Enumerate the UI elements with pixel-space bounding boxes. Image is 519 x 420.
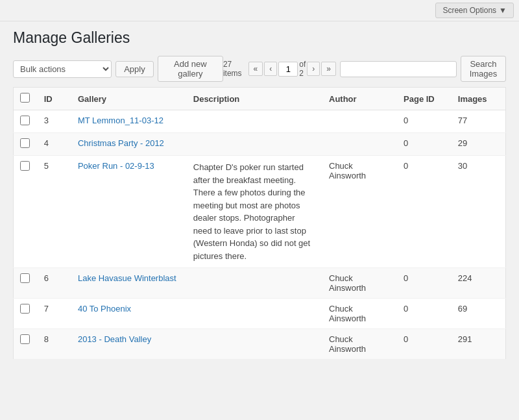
id-column-header: ID bbox=[38, 88, 71, 110]
row-author bbox=[322, 110, 397, 133]
row-checkbox[interactable] bbox=[20, 304, 30, 314]
table-row: 6Lake Havasue WinterblastChuck Ainsworth… bbox=[14, 268, 506, 299]
select-all-checkbox[interactable] bbox=[20, 93, 30, 103]
row-id: 5 bbox=[38, 156, 71, 268]
row-id: 6 bbox=[38, 268, 71, 299]
row-gallery[interactable]: Christmas Party - 2012 bbox=[71, 133, 187, 156]
table-row: 4Christmas Party - 2012029 bbox=[14, 133, 506, 156]
next-page-button[interactable]: › bbox=[307, 62, 320, 76]
row-gallery[interactable]: Poker Run - 02-9-13 bbox=[71, 156, 187, 268]
row-gallery[interactable]: 40 To Phoenix bbox=[71, 299, 187, 329]
table-row: 740 To PhoenixChuck Ainsworth069 bbox=[14, 299, 506, 329]
table-row: 3MT Lemmon_11-03-12077 bbox=[14, 110, 506, 133]
current-page-input[interactable] bbox=[278, 62, 298, 77]
last-page-button[interactable]: » bbox=[321, 62, 336, 76]
add-gallery-button[interactable]: Add new gallery bbox=[158, 56, 223, 82]
galleries-table: ID Gallery Description Author Page ID Im… bbox=[13, 87, 506, 360]
row-images: 291 bbox=[452, 329, 506, 360]
row-images: 69 bbox=[452, 299, 506, 329]
search-input[interactable] bbox=[340, 61, 457, 77]
row-id: 8 bbox=[38, 329, 71, 360]
row-gallery[interactable]: MT Lemmon_11-03-12 bbox=[71, 110, 187, 133]
table-row: 82013 - Death ValleyChuck Ainsworth0291 bbox=[14, 329, 506, 360]
author-column-header: Author bbox=[322, 88, 397, 110]
pagination-of: of 2 bbox=[299, 60, 306, 78]
gallery-link[interactable]: Lake Havasue Winterblast bbox=[78, 273, 176, 283]
row-description bbox=[187, 299, 322, 329]
row-author: Chuck Ainsworth bbox=[322, 329, 397, 360]
prev-page-button[interactable]: ‹ bbox=[264, 62, 277, 76]
row-id: 4 bbox=[38, 133, 71, 156]
screen-options-arrow: ▼ bbox=[499, 6, 507, 15]
row-page-id: 0 bbox=[397, 268, 452, 299]
row-page-id: 0 bbox=[397, 329, 452, 360]
pageid-column-header: Page ID bbox=[397, 88, 452, 110]
row-id: 3 bbox=[38, 110, 71, 133]
row-description: Chapter D's poker run started after the … bbox=[187, 156, 322, 268]
row-description bbox=[187, 133, 322, 156]
apply-button[interactable]: Apply bbox=[115, 61, 154, 77]
row-id: 7 bbox=[38, 299, 71, 329]
item-count: 27 items bbox=[223, 60, 242, 78]
row-description bbox=[187, 329, 322, 360]
gallery-link[interactable]: Poker Run - 02-9-13 bbox=[78, 161, 154, 171]
bulk-actions-select[interactable]: Bulk actions bbox=[13, 60, 112, 78]
gallery-link[interactable]: 2013 - Death Valley bbox=[78, 334, 151, 344]
row-checkbox[interactable] bbox=[20, 273, 30, 283]
gallery-link[interactable]: 40 To Phoenix bbox=[78, 304, 131, 314]
gallery-column-header: Gallery bbox=[71, 88, 187, 110]
table-row: 5Poker Run - 02-9-13Chapter D's poker ru… bbox=[14, 156, 506, 268]
first-page-button[interactable]: « bbox=[248, 62, 263, 76]
page-title: Manage Galleries bbox=[13, 29, 506, 47]
row-author: Chuck Ainsworth bbox=[322, 268, 397, 299]
row-images: 224 bbox=[452, 268, 506, 299]
gallery-link[interactable]: Christmas Party - 2012 bbox=[78, 138, 164, 148]
row-page-id: 0 bbox=[397, 133, 452, 156]
row-page-id: 0 bbox=[397, 299, 452, 329]
row-images: 77 bbox=[452, 110, 506, 133]
row-description bbox=[187, 110, 322, 133]
row-page-id: 0 bbox=[397, 110, 452, 133]
row-checkbox[interactable] bbox=[20, 138, 30, 148]
row-gallery[interactable]: Lake Havasue Winterblast bbox=[71, 268, 187, 299]
screen-options-label: Screen Options bbox=[442, 6, 496, 15]
row-author: Chuck Ainsworth bbox=[322, 299, 397, 329]
images-column-header: Images bbox=[452, 88, 506, 110]
row-checkbox[interactable] bbox=[20, 334, 30, 344]
pagination: « ‹ of 2 › » bbox=[248, 60, 336, 78]
row-page-id: 0 bbox=[397, 156, 452, 268]
row-gallery[interactable]: 2013 - Death Valley bbox=[71, 329, 187, 360]
select-all-header[interactable] bbox=[14, 88, 38, 110]
table-header-row: ID Gallery Description Author Page ID Im… bbox=[14, 88, 506, 110]
row-description bbox=[187, 268, 322, 299]
row-author bbox=[322, 133, 397, 156]
gallery-link[interactable]: MT Lemmon_11-03-12 bbox=[78, 116, 163, 125]
screen-options-button[interactable]: Screen Options ▼ bbox=[435, 3, 514, 18]
row-checkbox[interactable] bbox=[20, 161, 30, 171]
search-button[interactable]: Search Images bbox=[461, 56, 506, 82]
row-images: 29 bbox=[452, 133, 506, 156]
row-author: Chuck Ainsworth bbox=[322, 156, 397, 268]
row-checkbox[interactable] bbox=[20, 116, 30, 125]
description-column-header: Description bbox=[187, 88, 322, 110]
row-images: 30 bbox=[452, 156, 506, 268]
